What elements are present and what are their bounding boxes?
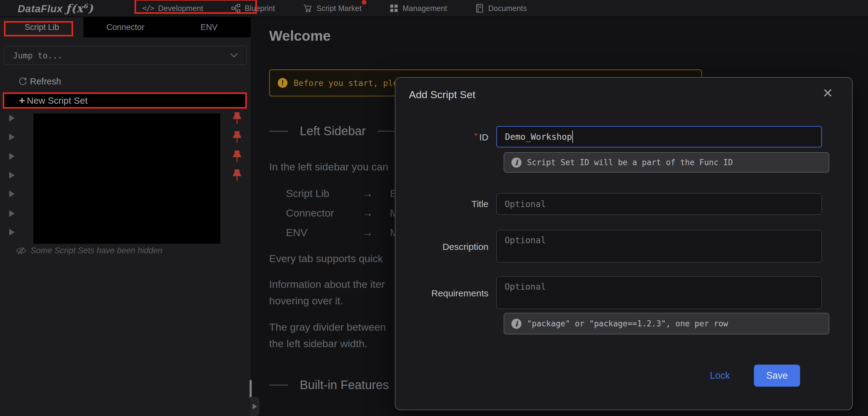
jump-to-select[interactable]: Jump to... [4,46,247,65]
field-label-title: Title [396,199,496,209]
pin-icon[interactable] [231,130,243,144]
arrow-right-icon: → [363,187,390,200]
expand-caret-icon[interactable] [9,115,15,121]
nav-label: Management [403,4,447,13]
table-cell: ENV [286,227,363,239]
pin-icon[interactable] [231,112,243,125]
sidebar-collapse-handle[interactable] [250,397,259,416]
nav-item-documents[interactable]: Documents [475,4,527,13]
info-icon: i [512,157,522,168]
paragraph-line: the left sidebar width. [269,335,386,352]
lock-button[interactable]: Lock [710,365,730,387]
section-heading-built-in-features: Built-in Features [269,378,389,392]
grid-icon [390,4,398,12]
expand-caret-icon[interactable] [9,190,15,197]
nav-item-blueprint[interactable]: Blueprint [231,4,275,13]
plus-icon: + [19,94,25,107]
sidebar-scrollbar-thumb[interactable] [250,380,252,398]
script-list-redacted-block [33,114,220,244]
pin-icon[interactable] [231,169,243,182]
add-script-set-modal: Add Script Set ✕ *ID i Script Set ID wil… [395,77,853,410]
title-input[interactable] [496,193,822,215]
required-asterisk: * [474,131,477,140]
field-label-description: Description [396,242,496,252]
text-cursor [572,130,573,143]
form-row-requirements: Requirements [396,276,852,310]
collapse-arrow-icon [253,404,257,409]
table-cell: Connector [286,207,363,219]
tab-env[interactable]: ENV [167,17,251,37]
paragraph: In the left sidebar you can [269,158,388,175]
refresh-label: Refresh [30,77,61,87]
info-icon: i [512,319,522,329]
eye-off-icon [16,247,26,255]
expand-caret-icon[interactable] [9,210,15,217]
expand-caret-icon[interactable] [9,134,15,140]
info-text: Script Set ID will be a part of the Func… [527,158,733,167]
paragraph: The gray divider between the left sideba… [269,319,386,352]
form-row-id: *ID [396,126,852,147]
expand-caret-icon[interactable] [9,229,15,236]
tab-label: Script Lib [25,23,59,32]
field-label-id: *ID [396,131,496,143]
pin-icon[interactable] [231,150,243,164]
hidden-note-text: Some Script Sets have been hidden [31,246,162,256]
id-input[interactable] [496,126,822,147]
tab-label: ENV [200,23,218,32]
hidden-scripts-note: Some Script Sets have been hidden [16,246,162,256]
chevron-down-icon [230,53,238,58]
nav-label: Blueprint [245,4,275,13]
refresh-icon [18,77,28,86]
left-sidebar: Script Lib Connector ENV Jump to... Refr… [0,17,251,416]
nav-label: Development [158,4,203,13]
description-textarea[interactable] [496,230,822,263]
paragraph-line: The gray divider between [269,319,386,335]
cart-icon [303,4,312,13]
field-label-requirements: Requirements [396,288,496,299]
nav-item-management[interactable]: Management [390,4,447,13]
paragraph-line: hovering over it. [269,292,385,309]
arrow-right-icon: → [363,207,390,219]
requirements-info-hint: i "package" or "package==1.2.3", one per… [504,313,829,334]
new-script-set-label: New Script Set [27,95,88,106]
page-title: Welcome [269,28,331,44]
close-icon[interactable]: ✕ [823,87,833,100]
app-screen: DataFlux ƒ(x6) </> Development Blueprint [0,0,868,416]
nav-item-development[interactable]: </> Development [143,4,204,13]
tab-script-lib[interactable]: Script Lib [0,17,84,37]
notification-badge [362,0,366,5]
blueprint-icon [231,4,240,13]
requirements-textarea[interactable] [496,276,822,309]
heading-divider [269,385,288,386]
nav-label: Script Market [316,4,362,13]
nav-label: Documents [488,4,527,13]
app-logo: DataFlux ƒ(x6) [18,2,94,15]
paragraph: Information about the iter hovering over… [269,276,385,309]
expand-caret-icon[interactable] [9,153,15,160]
arrow-right-icon: → [363,227,390,239]
logo-fx: ƒ(x6) [66,2,94,15]
tab-label: Connector [106,23,145,32]
heading-divider [269,130,288,132]
form-row-description: Description [396,230,852,264]
top-navbar: DataFlux ƒ(x6) </> Development Blueprint [0,0,868,17]
paragraph-line: Information about the iter [269,276,385,292]
warning-icon: ! [278,78,287,88]
info-text: "package" or "package==1.2.3", one per r… [527,319,728,328]
save-button[interactable]: Save [754,365,800,387]
nav-item-script-market[interactable]: Script Market [303,4,362,13]
id-info-hint: i Script Set ID will be a part of the Fu… [504,152,829,173]
section-heading-text: Left Sidebar [300,124,366,138]
sidebar-tabbar: Script Lib Connector ENV [0,17,251,37]
new-script-set-button[interactable]: + New Script Set [3,92,247,109]
modal-title: Add Script Set [409,89,475,101]
paragraph: Every tab supports quick [269,250,383,267]
table-cell: Script Lib [286,187,363,200]
expand-caret-icon[interactable] [9,172,15,179]
refresh-button[interactable]: Refresh [18,77,61,87]
jump-to-placeholder: Jump to... [13,51,63,60]
code-icon: </> [143,4,154,12]
book-icon [475,4,484,13]
form-row-title: Title [396,193,852,215]
tab-connector[interactable]: Connector [84,17,167,37]
